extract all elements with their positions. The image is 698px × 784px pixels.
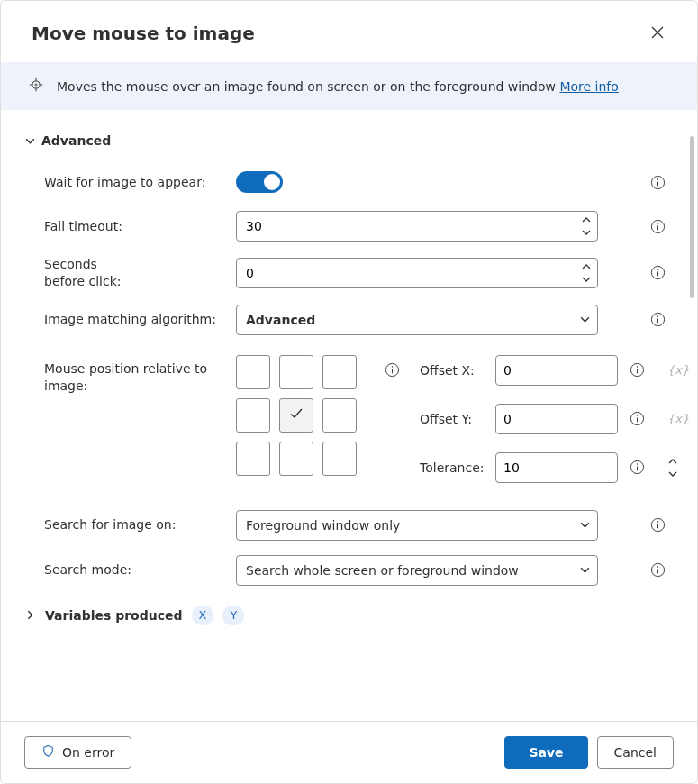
info-icon[interactable]	[629, 411, 645, 427]
mouse-target-icon	[28, 77, 44, 96]
row-search-mode: Search mode: Search whole screen or fore…	[24, 548, 674, 593]
dialog-body: Advanced Wait for image to appear: Fail …	[1, 110, 697, 721]
search-on-value: Foreground window only	[237, 518, 572, 533]
more-info-link[interactable]: More info	[559, 79, 618, 94]
info-icon[interactable]	[384, 362, 400, 378]
wait-for-image-label: Wait for image to appear:	[24, 174, 236, 191]
svg-point-11	[657, 269, 657, 270]
svg-point-17	[391, 367, 392, 368]
cancel-button[interactable]: Cancel	[597, 736, 674, 769]
info-icon[interactable]	[629, 460, 645, 476]
search-on-label: Search for image on:	[24, 516, 236, 533]
chevron-down-icon	[24, 135, 36, 147]
pos-cell-middle-left[interactable]	[236, 398, 270, 433]
seconds-before-click-input[interactable]	[237, 259, 577, 287]
info-icon[interactable]	[649, 312, 666, 328]
pos-cell-middle-center[interactable]	[279, 398, 313, 433]
section-variables-produced[interactable]: Variables produced X Y	[24, 606, 674, 625]
row-tolerance: Tolerance:	[420, 452, 647, 483]
check-icon	[289, 406, 304, 424]
shield-icon	[41, 744, 55, 761]
info-banner: Moves the mouse over an image found on s…	[1, 62, 697, 110]
info-icon[interactable]	[649, 265, 666, 281]
offset-y-input-wrapper: {x}	[495, 404, 618, 434]
search-mode-label: Search mode:	[24, 561, 236, 579]
variable-badge-x[interactable]: X	[192, 606, 214, 625]
offset-block: Offset X: {x} Offset Y: {x}	[420, 355, 647, 483]
matching-algorithm-select[interactable]: Advanced	[236, 305, 598, 335]
banner-text-content: Moves the mouse over an image found on s…	[57, 79, 559, 94]
pos-cell-bottom-center[interactable]	[279, 442, 313, 476]
chevron-down-icon	[572, 519, 597, 531]
row-matching-algorithm: Image matching algorithm: Advanced	[24, 297, 674, 342]
info-icon[interactable]	[649, 218, 666, 234]
svg-point-32	[657, 567, 657, 568]
pos-cell-bottom-right[interactable]	[322, 442, 357, 476]
section-advanced-label: Advanced	[41, 133, 111, 148]
info-icon[interactable]	[649, 517, 666, 533]
seconds-before-click-label: Seconds before click:	[24, 256, 236, 290]
chevron-down-icon	[572, 564, 597, 576]
dialog-title: Move mouse to image	[32, 23, 255, 44]
tolerance-label: Tolerance:	[420, 460, 485, 475]
pos-cell-top-left[interactable]	[236, 355, 270, 389]
dialog: Move mouse to image Moves the mouse over…	[0, 0, 698, 784]
on-error-label: On error	[62, 745, 114, 760]
section-advanced[interactable]: Advanced	[24, 133, 674, 148]
fail-timeout-label: Fail timeout:	[24, 218, 236, 235]
svg-point-8	[657, 223, 657, 223]
info-icon[interactable]	[649, 562, 666, 579]
on-error-button[interactable]: On error	[24, 736, 131, 769]
chevron-right-icon	[24, 609, 36, 621]
save-button[interactable]: Save	[504, 736, 587, 769]
row-offset-x: Offset X: {x}	[420, 355, 647, 386]
svg-point-14	[657, 316, 657, 317]
search-mode-value: Search whole screen or foreground window	[237, 563, 572, 578]
svg-point-20	[636, 367, 637, 368]
mouse-position-grid	[236, 355, 357, 476]
search-mode-select[interactable]: Search whole screen or foreground window	[236, 555, 598, 586]
matching-algorithm-value: Advanced	[237, 313, 572, 327]
row-mouse-position: Mouse position relative to image:	[24, 342, 674, 490]
svg-point-5	[657, 178, 657, 179]
row-offset-y: Offset Y: {x}	[420, 404, 647, 434]
fail-timeout-step-down[interactable]	[578, 226, 594, 239]
chevron-down-icon	[572, 314, 597, 325]
tolerance-input-wrapper	[495, 452, 618, 483]
row-seconds-before-click: Seconds before click:	[24, 249, 674, 297]
banner-text: Moves the mouse over an image found on s…	[57, 79, 619, 94]
variable-badge-y[interactable]: Y	[222, 606, 244, 625]
scrollbar[interactable]	[687, 55, 696, 711]
titlebar: Move mouse to image	[1, 1, 697, 62]
pos-cell-top-center[interactable]	[279, 355, 313, 389]
row-search-on: Search for image on: Foreground window o…	[24, 503, 674, 548]
info-icon[interactable]	[629, 362, 645, 378]
fail-timeout-step-up[interactable]	[578, 214, 594, 226]
tolerance-step-up[interactable]	[668, 455, 677, 468]
row-wait-for-image: Wait for image to appear:	[24, 160, 674, 204]
svg-point-23	[636, 415, 637, 416]
pos-cell-middle-right[interactable]	[322, 398, 357, 433]
pos-cell-top-right[interactable]	[322, 355, 357, 389]
seconds-before-click-step-down[interactable]	[578, 273, 594, 286]
mouse-position-label: Mouse position relative to image:	[24, 355, 236, 395]
close-icon	[651, 26, 664, 41]
svg-point-26	[636, 464, 637, 465]
dialog-footer: On error Save Cancel	[1, 721, 697, 783]
info-icon[interactable]	[649, 174, 666, 190]
matching-algorithm-label: Image matching algorithm:	[24, 311, 236, 328]
wait-for-image-toggle[interactable]	[236, 171, 283, 193]
seconds-before-click-input-wrapper	[236, 258, 598, 288]
close-button[interactable]	[643, 19, 672, 48]
tolerance-step-down[interactable]	[668, 468, 677, 480]
pos-cell-bottom-left[interactable]	[236, 442, 270, 476]
offset-y-label: Offset Y:	[420, 412, 485, 426]
fail-timeout-input[interactable]	[237, 212, 577, 241]
seconds-before-click-step-up[interactable]	[578, 260, 594, 273]
fail-timeout-input-wrapper	[236, 211, 598, 242]
svg-point-29	[657, 522, 657, 523]
search-on-select[interactable]: Foreground window only	[236, 510, 598, 541]
offset-x-label: Offset X:	[420, 363, 485, 378]
row-fail-timeout: Fail timeout:	[24, 204, 674, 249]
cancel-label: Cancel	[614, 745, 657, 760]
